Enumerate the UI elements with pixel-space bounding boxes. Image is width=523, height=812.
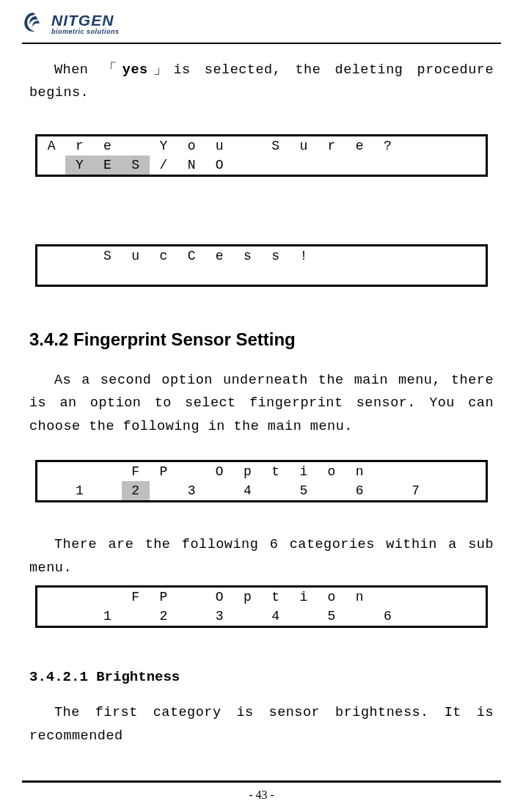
cell: [345, 266, 373, 285]
cell: [37, 607, 65, 626]
cell: [290, 266, 318, 285]
cell: p: [233, 588, 261, 607]
cell: o: [318, 462, 345, 481]
cell: [65, 266, 93, 285]
p1-yes: yes: [122, 62, 148, 78]
cell: u: [290, 136, 318, 156]
cell: [401, 246, 429, 266]
lcd4-row2: 1 2 3 4 5 6: [37, 607, 486, 626]
cell: [430, 607, 458, 626]
content: When 「yes」is selected, the deleting proc…: [22, 44, 501, 747]
cell: [205, 266, 233, 285]
cell: 3: [205, 607, 233, 626]
cell: [37, 481, 65, 500]
cell: [233, 156, 261, 175]
lcd-display-1: A r e Y o u S u r e ?: [35, 134, 488, 177]
page: NITGEN biometric solutions When 「yes」is …: [0, 0, 523, 812]
cell: [458, 136, 486, 156]
cell: [178, 607, 205, 626]
cell: 3: [178, 481, 205, 500]
cell: [122, 607, 150, 626]
cell: n: [345, 588, 373, 607]
cell: [93, 266, 121, 285]
cell: A: [37, 136, 65, 156]
cell: [37, 266, 65, 285]
cell: [262, 266, 290, 285]
cell: [178, 462, 205, 481]
cell: N: [178, 156, 205, 175]
cell: [345, 607, 373, 626]
lcd1-row2: Y E S / N O: [37, 156, 486, 175]
cell: [401, 607, 429, 626]
paragraph-4: The first category is sensor brightness.…: [29, 701, 494, 747]
cell: n: [345, 462, 373, 481]
cell: [262, 481, 290, 500]
cell: e: [205, 246, 233, 266]
lcd-display-4: F P O p t i o n 1: [35, 585, 488, 628]
cell: [122, 136, 150, 156]
cell: [401, 266, 429, 285]
cell: [233, 607, 261, 626]
cell: [401, 136, 429, 156]
cell: i: [290, 462, 318, 481]
cell: [93, 588, 121, 607]
cell: [373, 588, 401, 607]
cell: C: [178, 246, 205, 266]
cell: r: [65, 136, 93, 156]
logo-sub: biometric solutions: [51, 29, 120, 35]
cell: [345, 246, 373, 266]
cell: [430, 481, 458, 500]
header-logo: NITGEN biometric solutions: [22, 7, 501, 41]
cell: O: [205, 156, 233, 175]
cell: c: [150, 246, 178, 266]
cell: 4: [233, 481, 261, 500]
cell: S: [122, 156, 150, 175]
cell: 2: [150, 607, 178, 626]
cell: Y: [65, 156, 93, 175]
cell: 5: [290, 481, 318, 500]
lcd-display-3: F P O p t i o n 1: [35, 460, 488, 502]
logo-main: NITGEN: [51, 12, 120, 28]
cell: [458, 481, 486, 500]
cell: [430, 462, 458, 481]
cell: e: [93, 136, 121, 156]
cell: [430, 266, 458, 285]
lcd-display-2: S u c C e s s !: [35, 244, 488, 287]
cell: O: [205, 462, 233, 481]
cell: O: [205, 588, 233, 607]
cell: [93, 462, 121, 481]
cell: [458, 588, 486, 607]
cell: i: [290, 588, 318, 607]
cell: [401, 588, 429, 607]
cell: P: [150, 588, 178, 607]
cell: [318, 266, 345, 285]
cell: [373, 156, 401, 175]
cell: S: [262, 136, 290, 156]
cell: [233, 266, 261, 285]
heading-3-4-2-1: 3.4.2.1 Brightness: [29, 669, 494, 685]
cell: [345, 156, 373, 175]
cell: s: [262, 246, 290, 266]
cell: 7: [401, 481, 429, 500]
cell: Y: [150, 136, 178, 156]
paragraph-3: There are the following 6 categories wit…: [29, 533, 494, 579]
cell: [458, 607, 486, 626]
lcd1-row1: A r e Y o u S u r e ?: [37, 136, 486, 156]
lcd4-row1: F P O p t i o n: [37, 588, 486, 607]
cell: [65, 588, 93, 607]
cell: [373, 462, 401, 481]
logo-text: NITGEN biometric solutions: [51, 12, 120, 35]
page-number: - 43 -: [249, 789, 274, 801]
cell: e: [345, 136, 373, 156]
cell: [65, 462, 93, 481]
cell: 5: [318, 607, 345, 626]
cell: [430, 246, 458, 266]
cell: [65, 246, 93, 266]
cell: [122, 266, 150, 285]
cell: p: [233, 462, 261, 481]
lcd3-row2: 1 2 3 4 5 6 7: [37, 481, 486, 500]
cell: [233, 136, 261, 156]
cell: [93, 481, 121, 500]
cell: u: [122, 246, 150, 266]
cell: [373, 481, 401, 500]
